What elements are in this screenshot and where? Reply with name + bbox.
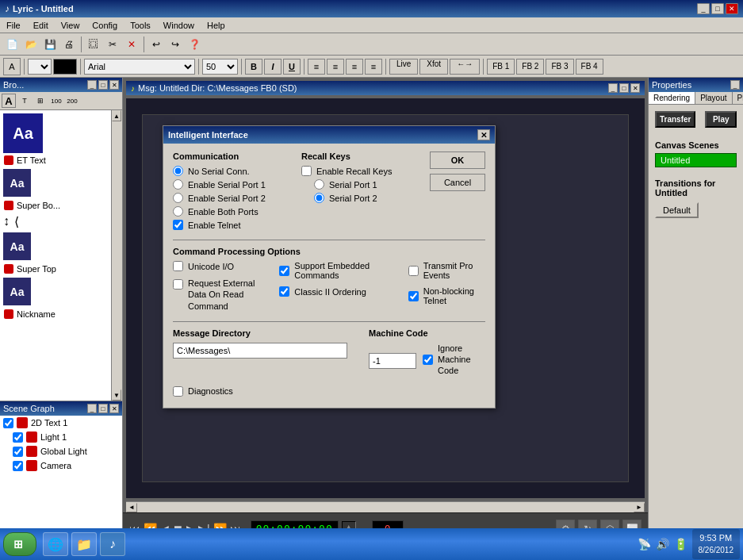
menu-window[interactable]: Window (157, 19, 201, 32)
fb1-button[interactable]: FB 1 (487, 59, 515, 75)
select-tool[interactable]: A (3, 58, 21, 75)
browser-aa-3[interactable]: Aa (3, 232, 31, 260)
browser-close-btn[interactable]: ✕ (109, 80, 119, 90)
browser-ctrl-1[interactable]: ↕ (3, 214, 10, 229)
browser-item-superbo[interactable]: Super Bo... (0, 198, 122, 213)
scene-item-2dtext[interactable]: 2D Text 1 (0, 416, 122, 430)
recall-enable-checkbox[interactable] (301, 166, 312, 176)
dialog-close-btn[interactable]: ✕ (477, 129, 490, 140)
align-left-button[interactable]: ≡ (308, 59, 325, 75)
new-button[interactable]: 📄 (3, 36, 21, 53)
menu-tools[interactable]: Tools (124, 19, 157, 32)
print-button[interactable]: 🖨 (60, 36, 78, 53)
paste-button[interactable]: ✕ (123, 36, 140, 53)
message-dir-input[interactable] (173, 343, 347, 359)
default-transition-btn[interactable]: Default (655, 202, 699, 218)
cut-button[interactable]: ✂ (104, 36, 121, 53)
browser-tool-text[interactable]: T (17, 94, 32, 108)
italic-button[interactable]: I (264, 59, 281, 75)
recall-serial-1-input[interactable] (314, 179, 324, 190)
ignore-machine-code-checkbox[interactable] (423, 355, 433, 365)
fb2-button[interactable]: FB 2 (516, 59, 544, 75)
close-button[interactable]: ✕ (726, 3, 738, 14)
browser-item-nickname[interactable]: Nickname (0, 307, 122, 321)
sg-maximize-btn[interactable]: □ (98, 404, 108, 413)
scene-check-globallight[interactable] (13, 447, 23, 457)
scene-item-light1[interactable]: Light 1 (0, 430, 122, 444)
alpha-selector[interactable] (28, 59, 52, 75)
browser-aa-2[interactable]: Aa (3, 169, 31, 197)
browser-aa-4[interactable]: Aa (3, 278, 31, 305)
menu-file[interactable]: File (0, 19, 27, 32)
diagnostics-checkbox[interactable] (173, 386, 183, 397)
browser-item-ettext[interactable]: ET Text (0, 153, 122, 167)
scene-item-globallight[interactable]: Global Light (0, 444, 122, 458)
size-selector[interactable]: 50 (202, 59, 238, 75)
redo-button[interactable]: ↪ (167, 36, 184, 53)
menu-view[interactable]: View (55, 19, 86, 32)
scroll-down-btn[interactable]: ▼ (112, 389, 121, 401)
scene-check-camera[interactable] (13, 461, 23, 471)
props-minimize[interactable]: _ (730, 80, 740, 90)
canvas-scene-untitled[interactable]: Untitled (655, 153, 737, 167)
folder-icon[interactable]: 📁 (71, 532, 97, 556)
browser-tool-aa[interactable]: A (2, 94, 16, 108)
machine-code-input[interactable] (369, 353, 416, 369)
tab-plugin[interactable]: Plu... (733, 92, 743, 104)
browser-ctrl-2[interactable]: ⟨ (14, 214, 19, 229)
browser-size-200[interactable]: 200 (65, 94, 79, 108)
play-button[interactable]: Play (705, 111, 737, 128)
fb4-button[interactable]: FB 4 (576, 59, 603, 75)
copy-button[interactable]: ⿴ (85, 36, 102, 53)
transmit-pro-checkbox[interactable] (408, 266, 419, 276)
live-button[interactable]: Live (389, 59, 418, 75)
minimize-button[interactable]: _ (697, 3, 710, 14)
open-button[interactable]: 📂 (22, 36, 40, 53)
scene-check-light1[interactable] (13, 432, 23, 443)
enable-telnet-checkbox[interactable] (173, 220, 183, 230)
sg-close-btn[interactable]: ✕ (109, 404, 119, 413)
help-button[interactable]: ❓ (186, 36, 203, 53)
bold-button[interactable]: B (245, 59, 262, 75)
unicode-io-checkbox[interactable] (173, 261, 183, 271)
scene-check-2dtext[interactable] (3, 418, 13, 428)
recall-serial-2-input[interactable] (314, 193, 324, 203)
browser-tool-img[interactable]: ⊞ (33, 94, 48, 108)
ie-icon[interactable]: 🌐 (43, 532, 68, 556)
tab-playout[interactable]: Playout (695, 92, 732, 104)
radio-both-ports-input[interactable] (173, 206, 183, 217)
non-blocking-checkbox[interactable] (408, 291, 419, 301)
menu-edit[interactable]: Edit (27, 19, 55, 32)
request-external-checkbox[interactable] (173, 279, 183, 290)
tab-rendering[interactable]: Rendering (649, 92, 695, 104)
underline-button[interactable]: U (283, 59, 301, 75)
browser-large-aa[interactable]: Aa (3, 113, 43, 153)
font-selector[interactable]: Arial (84, 59, 195, 75)
color-button[interactable] (53, 59, 77, 75)
align-right-button[interactable]: ≡ (346, 59, 363, 75)
browser-maximize-btn[interactable]: □ (98, 80, 108, 90)
start-button[interactable]: ⊞ (3, 532, 36, 556)
support-embedded-checkbox[interactable] (279, 266, 289, 276)
radio-serial-2-input[interactable] (173, 193, 183, 203)
browser-item-supertop[interactable]: Super Top (0, 262, 122, 276)
save-button[interactable]: 💾 (41, 36, 59, 53)
align-center-button[interactable]: ≡ (327, 59, 344, 75)
classic-ii-checkbox[interactable] (279, 286, 289, 297)
radio-no-serial-input[interactable] (173, 166, 183, 176)
maximize-button[interactable]: □ (711, 3, 724, 14)
menu-config[interactable]: Config (86, 19, 124, 32)
ok-button[interactable]: OK (430, 152, 485, 169)
arrow-button[interactable]: ←→ (450, 59, 480, 75)
undo-button[interactable]: ↩ (147, 36, 165, 53)
fb3-button[interactable]: FB 3 (546, 59, 573, 75)
cancel-button[interactable]: Cancel (430, 174, 485, 191)
taskbar-clock[interactable]: 9:53 PM 8/26/2012 (692, 529, 741, 558)
radio-serial-1-input[interactable] (173, 179, 183, 190)
sg-minimize-btn[interactable]: _ (87, 404, 97, 413)
xfot-button[interactable]: Xfot (419, 59, 448, 75)
app-icon-taskbar[interactable]: ♪ (100, 532, 125, 556)
browser-size-100[interactable]: 100 (49, 94, 63, 108)
browser-minimize-btn[interactable]: _ (87, 80, 97, 90)
transfer-button[interactable]: Transfer (655, 111, 695, 128)
